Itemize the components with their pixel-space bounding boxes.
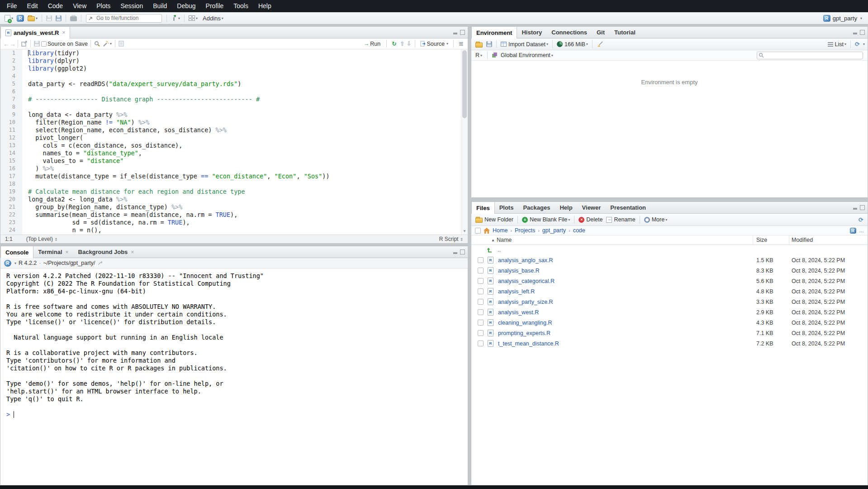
select-all-checkbox[interactable] — [475, 228, 481, 234]
new-project-button[interactable]: R — [15, 13, 25, 23]
breadcrumb-code[interactable]: code — [573, 227, 585, 234]
back-icon[interactable]: ← — [3, 40, 9, 48]
compile-report-button[interactable] — [117, 39, 125, 49]
environment-scope-selector[interactable]: Global Environment▾ — [499, 50, 555, 60]
menu-debug[interactable]: Debug — [172, 0, 200, 12]
run-button[interactable]: →Run — [362, 39, 383, 49]
code-editor[interactable]: 1library(tidyr)2library(dplyr)3library(g… — [0, 49, 468, 235]
maximize-icon[interactable] — [460, 30, 465, 35]
table-row[interactable]: Ranalysis_anglo_sax.R1.5 KBOct 8, 2024, … — [471, 255, 868, 265]
code-line[interactable]: 18 — [0, 180, 468, 188]
document-outline-button[interactable]: ≣ — [457, 39, 465, 49]
file-checkbox[interactable] — [478, 309, 484, 315]
file-checkbox[interactable] — [478, 268, 484, 273]
console-body[interactable]: R version 4.2.2 Patched (2022-11-10 r833… — [0, 268, 468, 418]
chevron-down-icon[interactable]: ▾ — [178, 16, 180, 20]
code-line[interactable]: 19# Calculate mean distance for each reg… — [0, 188, 468, 196]
file-name-link[interactable]: analysis_west.R — [498, 309, 539, 316]
maximize-icon[interactable] — [460, 249, 465, 254]
close-icon[interactable]: × — [131, 249, 134, 255]
chevron-down-icon[interactable]: ▾ — [860, 16, 862, 20]
breadcrumb-gpt_party[interactable]: gpt_party — [542, 227, 566, 234]
clear-workspace-button[interactable] — [595, 39, 605, 49]
console-prompt-line[interactable]: > — [6, 411, 468, 418]
code-line[interactable]: 11 select(Region_name, econ_distance, so… — [0, 126, 468, 134]
menu-profile[interactable]: Profile — [201, 0, 229, 12]
chevron-down-icon[interactable]: ▾ — [546, 42, 548, 46]
import-dataset-button[interactable]: Import Dataset▾ — [499, 39, 550, 49]
code-line[interactable]: 12 pivot_longer( — [0, 134, 468, 142]
project-menu-button[interactable]: R gpt_party ▾ — [823, 15, 865, 22]
maximize-icon[interactable] — [860, 205, 865, 210]
tab-analysis-west[interactable]: R analysis_west.R × — [0, 27, 70, 38]
menu-tools[interactable]: Tools — [228, 0, 253, 12]
chevron-down-icon[interactable]: ▾ — [665, 218, 667, 222]
menu-view[interactable]: View — [68, 0, 91, 12]
file-name-link[interactable]: analysis_party_size.R — [498, 299, 553, 305]
display-mode-button[interactable]: List▾ — [826, 39, 848, 49]
file-type-selector[interactable]: R Script⇕ — [439, 236, 463, 242]
code-line[interactable]: 23 sd = sd(distance, na.rm = TRUE), — [0, 219, 468, 226]
code-line[interactable]: 1library(tidyr) — [0, 49, 468, 57]
file-checkbox[interactable] — [478, 299, 484, 305]
file-name-link[interactable]: cleaning_wrangling.R — [498, 320, 552, 326]
ellipsis-button[interactable]: ... — [859, 227, 864, 234]
print-button[interactable] — [69, 13, 78, 23]
column-header-name[interactable]: ▲Name — [471, 237, 512, 243]
code-line[interactable]: 21 group_by(Region_name, distance_type) … — [0, 203, 468, 211]
menu-edit[interactable]: Edit — [22, 0, 43, 12]
code-line[interactable]: 24 n = n(), — [0, 226, 468, 234]
scope-selector[interactable]: (Top Level)⇕ — [26, 236, 58, 242]
code-line[interactable]: 7# ----------------- Distance graph ----… — [0, 96, 468, 103]
chevron-down-icon[interactable]: ▾ — [586, 42, 588, 46]
chevron-down-icon[interactable]: ▾ — [14, 261, 16, 265]
scrollbar-thumb[interactable] — [462, 50, 467, 118]
menu-plots[interactable]: Plots — [91, 0, 115, 12]
open-in-new-icon[interactable] — [98, 260, 104, 266]
code-line[interactable]: 13 cols = c(econ_distance, sos_distance)… — [0, 142, 468, 149]
load-workspace-button[interactable] — [474, 39, 484, 49]
save-workspace-button[interactable] — [485, 39, 493, 49]
new-folder-button[interactable]: New Folder — [474, 215, 515, 225]
rename-button[interactable]: Rename — [605, 215, 636, 225]
tab-history[interactable]: History — [517, 27, 547, 38]
code-tools-button[interactable]: ▾ — [101, 39, 113, 49]
file-name-link[interactable]: t_test_mean_distance.R — [498, 340, 559, 347]
addins-button[interactable]: Addins▾ — [200, 13, 225, 23]
menu-help[interactable]: Help — [253, 0, 276, 12]
code-line[interactable]: 3library(ggplot2) — [0, 65, 468, 72]
parent-directory-link[interactable]: .. — [498, 247, 501, 253]
code-line[interactable]: 4 — [0, 72, 468, 80]
open-file-button[interactable]: ▾ — [26, 13, 39, 23]
memory-usage-button[interactable]: 166 MiB▾ — [555, 39, 589, 49]
file-checkbox[interactable] — [478, 320, 484, 326]
menu-code[interactable]: Code — [43, 0, 68, 12]
code-line[interactable]: 6 — [0, 88, 468, 96]
workspace-panes-button[interactable]: ▾ — [187, 13, 199, 23]
chevron-down-icon[interactable]: ▾ — [446, 42, 448, 46]
code-line[interactable]: 20long_data2 <- long_data %>% — [0, 196, 468, 203]
close-icon[interactable]: × — [66, 249, 69, 255]
tab-help[interactable]: Help — [555, 202, 577, 213]
forward-icon[interactable]: → — [9, 40, 16, 48]
tab-files[interactable]: Files — [471, 202, 495, 214]
environment-search-input[interactable] — [757, 52, 863, 59]
file-name-link[interactable]: analysis_left.R — [498, 288, 535, 295]
save-file-button[interactable] — [33, 39, 41, 49]
code-line[interactable]: 8 — [0, 103, 468, 111]
tab-git[interactable]: Git — [592, 27, 610, 38]
column-header-size[interactable]: Size — [756, 237, 767, 243]
minimize-icon[interactable] — [853, 30, 858, 35]
close-icon[interactable]: × — [62, 29, 65, 36]
code-line[interactable]: 2library(dplyr) — [0, 57, 468, 65]
goto-file-input[interactable] — [86, 14, 162, 23]
table-row[interactable]: Ranalysis_base.R8.3 KBOct 8, 2024, 5:22 … — [471, 265, 868, 276]
table-row[interactable]: Rt_test_mean_distance.R7.2 KBOct 8, 2024… — [471, 338, 868, 349]
file-checkbox[interactable] — [478, 257, 484, 263]
code-line[interactable]: 9long_data <- data_party %>% — [0, 111, 468, 119]
chevron-down-icon[interactable]: ▾ — [222, 16, 223, 20]
new-file-button[interactable]: +▾ — [3, 13, 14, 23]
tab-tutorial[interactable]: Tutorial — [610, 27, 640, 38]
menu-session[interactable]: Session — [115, 0, 148, 12]
file-checkbox[interactable] — [478, 278, 484, 284]
